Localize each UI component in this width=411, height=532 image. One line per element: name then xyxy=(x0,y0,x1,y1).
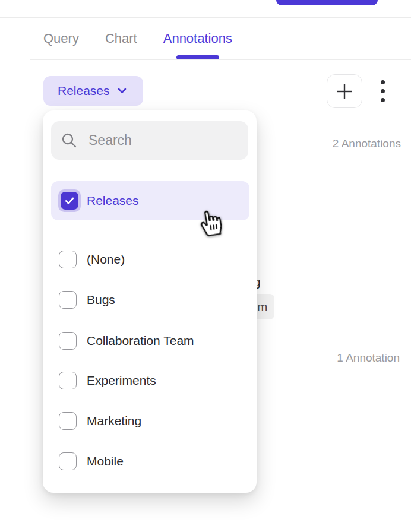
chevron-down-icon xyxy=(118,88,127,94)
option-row-marketing[interactable]: Marketing xyxy=(51,401,249,441)
annotations-count-badge: 2 Annotations xyxy=(333,137,401,150)
option-row-releases-selected[interactable]: Releases xyxy=(51,181,249,220)
checkmark-icon xyxy=(64,195,75,207)
releases-filter-label: Releases xyxy=(58,84,110,98)
option-label: Marketing xyxy=(87,414,141,428)
checkbox-unchecked[interactable] xyxy=(59,412,77,430)
dropdown-divider xyxy=(51,232,248,232)
option-row-bugs[interactable]: Bugs xyxy=(51,280,249,320)
tab-annotations-label: Annotations xyxy=(163,31,232,46)
primary-action-button-partial[interactable] xyxy=(276,0,378,5)
more-options-button[interactable] xyxy=(373,74,392,108)
search-icon xyxy=(61,132,77,148)
option-label-releases: Releases xyxy=(87,194,139,208)
checkbox-unchecked[interactable] xyxy=(59,291,77,309)
tab-chart[interactable]: Chart xyxy=(105,18,137,59)
search-input[interactable] xyxy=(88,132,237,148)
active-tab-underline xyxy=(176,55,219,59)
option-row-mobile[interactable]: Mobile xyxy=(51,441,249,482)
tab-chart-label: Chart xyxy=(105,31,137,46)
checkbox-checked[interactable] xyxy=(61,192,78,210)
checkbox-unchecked[interactable] xyxy=(59,372,77,390)
tab-annotations[interactable]: Annotations xyxy=(163,18,232,59)
annotation-count-badge: 1 Annotation xyxy=(337,352,400,365)
checkbox-focus-halo xyxy=(58,189,81,212)
plus-icon xyxy=(335,82,354,101)
option-row-experiments[interactable]: Experiments xyxy=(51,360,249,401)
checkbox-unchecked[interactable] xyxy=(59,251,77,268)
dropdown-search-box[interactable] xyxy=(51,121,248,160)
left-edge-border xyxy=(1,18,1,441)
checkbox-unchecked[interactable] xyxy=(59,452,77,470)
add-annotation-button[interactable] xyxy=(327,74,362,108)
option-row-none[interactable]: (None) xyxy=(51,239,249,280)
option-row-collaboration-team[interactable]: Collaboration Team xyxy=(51,321,249,361)
tab-query[interactable]: Query xyxy=(43,18,79,59)
tab-bar: Query Chart Annotations xyxy=(30,18,411,60)
option-label: (None) xyxy=(87,252,125,267)
checkbox-unchecked[interactable] xyxy=(59,332,77,350)
left-rail-divider-2 xyxy=(0,514,30,514)
option-label: Collaboration Team xyxy=(87,334,194,348)
tab-query-label: Query xyxy=(43,31,79,46)
screen: Query Chart Annotations Releases 2 Annot… xyxy=(0,0,411,532)
releases-filter-button[interactable]: Releases xyxy=(43,76,143,106)
left-rail-divider-1 xyxy=(0,441,30,441)
option-label: Experiments xyxy=(87,373,156,388)
releases-filter-dropdown: Releases (None) Bugs Collaboration Team … xyxy=(43,110,257,493)
left-panel-border xyxy=(30,18,30,532)
option-label: Bugs xyxy=(87,293,115,307)
option-label: Mobile xyxy=(87,454,124,468)
kebab-vertical-icon xyxy=(381,80,385,84)
